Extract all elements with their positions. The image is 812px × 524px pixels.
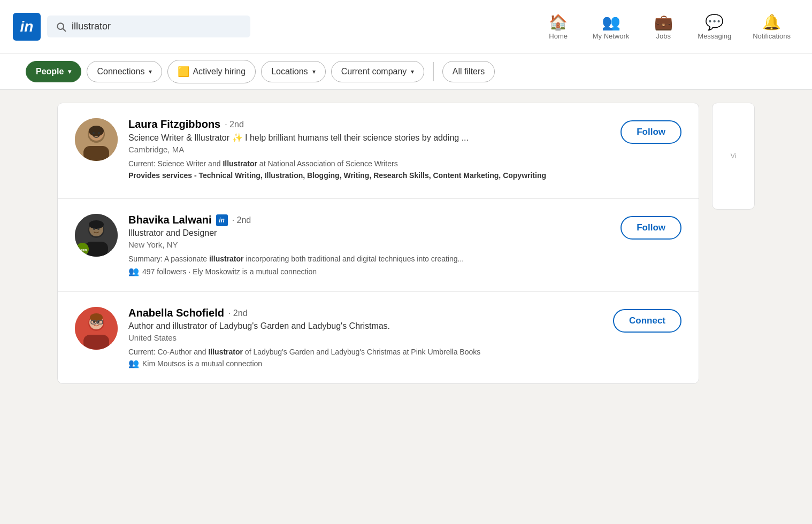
svg-point-15 xyxy=(97,228,99,230)
bhavika-title: Illustrator and Designer xyxy=(128,228,610,238)
search-bar xyxy=(47,16,250,37)
bhavika-follow-button[interactable]: Follow xyxy=(621,216,681,240)
messaging-icon: 💬 xyxy=(705,13,724,31)
nav-messaging[interactable]: 💬 Messaging xyxy=(689,9,740,44)
svg-text:OPEN: OPEN xyxy=(78,249,87,252)
svg-point-14 xyxy=(93,228,95,230)
nav-home-label: Home xyxy=(549,32,568,40)
bhavika-connections-text: 497 followers · Ely Moskowitz is a mutua… xyxy=(142,267,317,276)
laura-title: Science Writer & Illustrator ✨ I help br… xyxy=(128,133,610,143)
main-nav: 🏠 Home 👥 My Network 💼 Jobs 💬 Messaging 🔔… xyxy=(537,9,799,44)
home-icon: 🏠 xyxy=(549,13,568,31)
avatar-bhavika[interactable]: OPEN xyxy=(75,214,118,257)
actively-hiring-emoji: 🟨 xyxy=(178,66,189,78)
bhavika-info: Bhavika Lalwani in · 2nd Illustrator and… xyxy=(128,214,610,276)
jobs-icon: 💼 xyxy=(654,13,673,31)
laura-name-row: Laura Fitzgibbons · 2nd xyxy=(128,118,610,130)
nav-my-network[interactable]: 👥 My Network xyxy=(584,9,638,44)
avatar-anabella[interactable] xyxy=(75,307,118,350)
laura-location: Cambridge, MA xyxy=(128,145,610,154)
anabella-info: Anabella Schofield · 2nd Author and illu… xyxy=(128,307,602,368)
anabella-connections: 👥 Kim Moutsos is a mutual connection xyxy=(128,358,602,368)
all-filters-label: All filters xyxy=(453,67,485,76)
people-label: People xyxy=(36,67,64,76)
bhavika-degree: · 2nd xyxy=(232,215,251,225)
laura-degree: · 2nd xyxy=(225,120,244,129)
result-card-anabella: Anabella Schofield · 2nd Author and illu… xyxy=(58,292,699,383)
avatar-bhavika-image: OPEN xyxy=(75,214,118,257)
filter-bar: People ▾ Connections ▾ 🟨 Actively hiring… xyxy=(0,53,812,90)
nav-notifications[interactable]: 🔔 Notifications xyxy=(744,9,799,44)
nav-my-network-label: My Network xyxy=(593,32,630,40)
avatar-laura-image xyxy=(75,118,118,161)
bhavika-location: New York, NY xyxy=(128,240,610,249)
anabella-connect-button[interactable]: Connect xyxy=(613,309,681,333)
svg-point-23 xyxy=(93,321,95,323)
anabella-connections-people-icon: 👥 xyxy=(128,358,139,368)
connections-chevron-icon: ▾ xyxy=(149,68,152,75)
result-card-bhavika: OPEN Bhavika Lalwani in · 2nd Illustrato… xyxy=(58,199,699,292)
locations-label: Locations xyxy=(271,67,308,76)
laura-current: Current: Science Writer and Illustrator … xyxy=(128,159,610,168)
svg-rect-4 xyxy=(83,146,109,161)
bhavika-name[interactable]: Bhavika Lalwani xyxy=(128,214,212,226)
svg-point-13 xyxy=(89,220,104,229)
current-company-chevron-icon: ▾ xyxy=(411,68,414,75)
results-list: Laura Fitzgibbons · 2nd Science Writer &… xyxy=(57,103,699,384)
search-icon xyxy=(56,21,66,32)
laura-services: Provides services - Technical Writing, I… xyxy=(128,170,610,181)
anabella-title: Author and illustrator of Ladybug's Gard… xyxy=(128,321,602,331)
connections-people-icon: 👥 xyxy=(128,266,139,276)
laura-follow-button[interactable]: Follow xyxy=(621,120,681,144)
bhavika-connections: 👥 497 followers · Ely Moskowitz is a mut… xyxy=(128,266,610,276)
linkedin-logo[interactable]: in xyxy=(13,13,41,41)
header: in 🏠 Home 👥 My Network 💼 Jobs 💬 Messagin… xyxy=(0,0,812,53)
nav-notifications-label: Notifications xyxy=(753,32,791,40)
filter-divider xyxy=(433,62,434,81)
anabella-current: Current: Co-Author and Illustrator of La… xyxy=(128,348,602,356)
main-content: Laura Fitzgibbons · 2nd Science Writer &… xyxy=(32,90,780,397)
filter-locations[interactable]: Locations ▾ xyxy=(261,61,326,82)
anabella-name[interactable]: Anabella Schofield xyxy=(128,307,224,319)
avatar-anabella-image xyxy=(75,307,118,350)
anabella-connections-text: Kim Moutsos is a mutual connection xyxy=(142,359,262,368)
nav-jobs[interactable]: 💼 Jobs xyxy=(642,9,685,44)
bhavika-summary: Summary: A passionate illustrator incorp… xyxy=(128,255,610,263)
filter-connections[interactable]: Connections ▾ xyxy=(87,61,162,82)
my-network-icon: 👥 xyxy=(602,13,621,31)
actively-hiring-label: Actively hiring xyxy=(193,67,246,76)
filter-all-filters[interactable]: All filters xyxy=(442,61,495,82)
svg-point-8 xyxy=(98,132,100,134)
avatar-laura[interactable] xyxy=(75,118,118,161)
locations-chevron-icon: ▾ xyxy=(312,68,316,75)
search-input[interactable] xyxy=(72,21,242,32)
filter-actively-hiring[interactable]: 🟨 Actively hiring xyxy=(167,60,256,83)
bhavika-name-row: Bhavika Lalwani in · 2nd xyxy=(128,214,610,226)
svg-point-7 xyxy=(93,132,95,134)
anabella-degree: · 2nd xyxy=(228,309,248,318)
sidebar-right-label: Vi xyxy=(731,152,736,160)
laura-name[interactable]: Laura Fitzgibbons xyxy=(128,118,220,130)
laura-info: Laura Fitzgibbons · 2nd Science Writer &… xyxy=(128,118,610,183)
result-card-laura: Laura Fitzgibbons · 2nd Science Writer &… xyxy=(58,103,699,199)
anabella-name-row: Anabella Schofield · 2nd xyxy=(128,307,602,319)
svg-line-1 xyxy=(63,28,66,31)
right-sidebar: Vi xyxy=(712,103,755,210)
svg-rect-20 xyxy=(83,335,109,350)
filter-people[interactable]: People ▾ xyxy=(26,61,81,82)
connections-label: Connections xyxy=(97,67,144,76)
anabella-location: United States xyxy=(128,333,602,342)
nav-home[interactable]: 🏠 Home xyxy=(537,9,580,44)
people-chevron-icon: ▾ xyxy=(68,68,71,75)
bhavika-linkedin-badge: in xyxy=(216,214,228,226)
notifications-icon: 🔔 xyxy=(762,13,781,31)
current-company-label: Current company xyxy=(341,67,407,76)
nav-messaging-label: Messaging xyxy=(698,32,731,40)
nav-jobs-label: Jobs xyxy=(656,32,671,40)
svg-point-6 xyxy=(89,126,104,136)
filter-current-company[interactable]: Current company ▾ xyxy=(331,61,425,82)
